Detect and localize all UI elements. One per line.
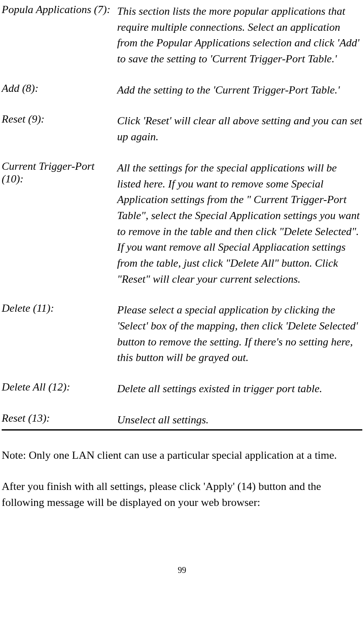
definition-description: This section lists the more popular appl…	[117, 3, 362, 67]
definition-row: Delete All (12): Delete all settings exi…	[2, 381, 362, 397]
definition-description: Click 'Reset' will clear all above setti…	[117, 113, 362, 144]
definition-row: Popula Applications (7): This section li…	[2, 3, 362, 67]
definition-row: Add (8): Add the setting to the 'Current…	[2, 82, 362, 98]
note-text: Note: Only one LAN client can use a part…	[2, 447, 362, 463]
definition-description: Delete all settings existed in trigger p…	[117, 381, 362, 397]
body-paragraph: After you finish with all settings, plea…	[2, 479, 362, 510]
definition-row: Reset (9): Click 'Reset' will clear all …	[2, 113, 362, 144]
definition-description: Unselect all settings.	[117, 412, 362, 428]
definition-term: Delete (11):	[2, 302, 117, 315]
page-number: 99	[2, 565, 362, 575]
definition-row: Delete (11): Please select a special app…	[2, 302, 362, 366]
definition-description: All the settings for the special applica…	[117, 160, 362, 287]
definition-term: Popula Applications (7):	[2, 3, 117, 16]
definition-row: Reset (13): Unselect all settings.	[2, 412, 362, 428]
definition-row: Current Trigger-Port (10): All the setti…	[2, 160, 362, 287]
definition-description: Please select a special application by c…	[117, 302, 362, 366]
definition-list: Popula Applications (7): This section li…	[2, 3, 362, 431]
definition-term: Delete All (12):	[2, 381, 117, 393]
definition-term: Reset (13):	[2, 412, 117, 425]
definition-term: Current Trigger-Port (10):	[2, 160, 117, 185]
definition-description: Add the setting to the 'Current Trigger-…	[117, 82, 362, 98]
definition-term: Reset (9):	[2, 113, 117, 126]
definition-term: Add (8):	[2, 82, 117, 95]
